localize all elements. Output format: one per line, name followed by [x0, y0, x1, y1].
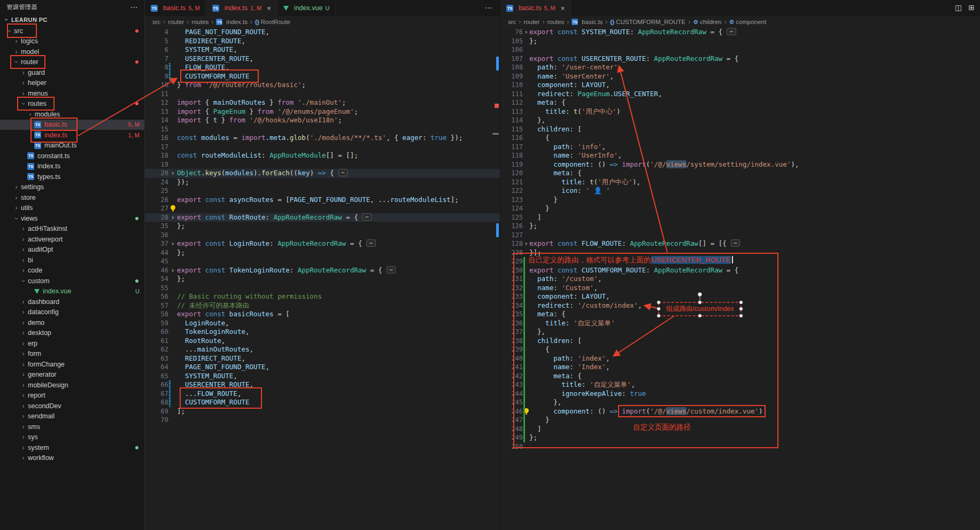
tab-basic.ts[interactable]: TSbasic.ts5, M×	[500, 0, 571, 16]
code-line-11[interactable]: 11	[145, 90, 500, 99]
code-line-62[interactable]: 62 ...mainOutRoutes,	[145, 345, 500, 354]
code-line-60[interactable]: 60 TokenLoginRoute,	[145, 328, 500, 337]
tree-item-formChange[interactable]: ›formChange	[0, 359, 144, 370]
code-line-248[interactable]: 248 ]	[500, 425, 980, 434]
code-line-35[interactable]: 35};	[145, 222, 500, 231]
code-line-111[interactable]: 111 redirect: PageEnum.USER_CENTER,	[500, 90, 980, 99]
tree-item-actHiTaskinst[interactable]: ›actHiTaskinst	[0, 224, 144, 235]
chevron-right-icon[interactable]: ›	[26, 111, 34, 118]
close-icon[interactable]: ×	[561, 4, 565, 12]
tree-item-index.ts[interactable]: TSindex.ts	[0, 161, 144, 172]
code-line-241[interactable]: 241 name: 'Index',	[500, 363, 980, 372]
tree-item-workflow[interactable]: ›workflow	[0, 453, 144, 464]
tree-item-bi[interactable]: ›bi	[0, 255, 144, 266]
chevron-down-icon[interactable]: ›	[6, 27, 13, 35]
code-line-16[interactable]: 16const modules = import.meta.glob('./mo…	[145, 134, 500, 143]
code-line-123[interactable]: 123 }	[500, 196, 980, 205]
tree-item-sys[interactable]: ›sys	[0, 432, 144, 443]
code-line-64[interactable]: 64 PAGE_NOT_FOUND_ROUTE,	[145, 363, 500, 372]
code-editor-basic-ts[interactable]: 76›export const SYSTEM_ROUTE: AppRouteRe…	[500, 28, 980, 530]
code-line-244[interactable]: 244 ignoreKeepAlive: true	[500, 389, 980, 399]
breadcrumb-item-index.ts[interactable]: TSindex.ts	[216, 19, 248, 25]
code-line-235[interactable]: 235 meta: {	[500, 310, 980, 319]
code-line-18[interactable]: 18const routeModuleList: AppRouteModule[…	[145, 151, 500, 160]
chevron-right-icon[interactable]: ›	[12, 184, 20, 190]
chevron-right-icon[interactable]: ›	[19, 90, 27, 97]
code-line-9[interactable]: 9 CUSTOMFORM_ROUTE	[145, 72, 500, 81]
code-line-63[interactable]: 63 REDIRECT_ROUTE,	[145, 354, 500, 363]
tree-item-router[interactable]: ›router	[0, 57, 144, 68]
code-line-118[interactable]: 118 name: 'UserInfo',	[500, 151, 980, 160]
chevron-right-icon[interactable]: ›	[19, 236, 27, 243]
breadcrumb-item-src[interactable]: src	[508, 19, 516, 25]
code-line-8[interactable]: 8 FLOW_ROUTE,	[145, 63, 500, 72]
tree-item-menus[interactable]: ›menus	[0, 88, 144, 99]
code-line-68[interactable]: 68 CUSTOMFORM_ROUTE	[145, 398, 500, 407]
code-line-27[interactable]: 27	[145, 204, 500, 213]
chevron-right-icon[interactable]: ›	[12, 194, 20, 201]
code-line-55[interactable]: 55	[145, 284, 500, 293]
chevron-right-icon[interactable]: ›	[19, 350, 27, 357]
code-line-110[interactable]: 110 component: LAYOUT,	[500, 81, 980, 90]
code-line-20[interactable]: 20›Object.keys(modules).forEach((key) =>…	[145, 169, 500, 178]
code-line-58[interactable]: 58export const basicRoutes = [	[145, 310, 500, 319]
chevron-right-icon[interactable]: ›	[19, 267, 27, 274]
chevron-right-icon[interactable]: ›	[19, 455, 27, 461]
fold-chevron-icon[interactable]: ›	[171, 214, 174, 221]
more-actions-icon[interactable]: ⋯	[485, 3, 492, 12]
chevron-right-icon[interactable]: ›	[19, 445, 27, 451]
tree-item-sendmail[interactable]: ›sendmail	[0, 411, 144, 422]
code-line-120[interactable]: 120 meta: {	[500, 169, 980, 178]
breadcrumb-item-basic.ts[interactable]: TSbasic.ts	[572, 19, 603, 25]
tree-item-mobileDesign[interactable]: ›mobileDesign	[0, 380, 144, 391]
code-line-57[interactable]: 57// 未经许可的基本路由	[145, 301, 500, 310]
code-line-13[interactable]: 13import { PageEnum } from '/@/enums/pag…	[145, 107, 500, 116]
tab-index.vue[interactable]: index.vueU	[277, 0, 336, 16]
code-line-36[interactable]: 36	[145, 231, 500, 240]
chevron-down-icon[interactable]: ›	[13, 214, 20, 222]
tree-item-auditOpt[interactable]: ›auditOpt	[0, 245, 144, 255]
code-line-128[interactable]: 128›export const FLOW_ROUTE: AppRouteRec…	[500, 239, 980, 248]
tree-item-demo[interactable]: ›demo	[0, 317, 144, 328]
code-line-243[interactable]: 243 title: '自定义菜单',	[500, 380, 980, 389]
code-line-108[interactable]: 108 path: '/user-center',	[500, 63, 980, 72]
fold-chevron-icon[interactable]: ›	[524, 29, 528, 35]
code-line-5[interactable]: 5 REDIRECT_ROUTE,	[145, 37, 500, 46]
lightbulb-icon[interactable]	[170, 205, 176, 212]
tree-item-guard[interactable]: ›guard	[0, 67, 144, 78]
code-line-231[interactable]: 231 path: '/custom',	[500, 275, 980, 284]
code-line-119[interactable]: 119 component: () => import('/@/views/sy…	[500, 160, 980, 169]
code-line-249[interactable]: 249};	[500, 433, 980, 442]
code-line-7[interactable]: 7 USERCENTER_ROUTE,	[145, 54, 500, 64]
code-line-65[interactable]: 65 SYSTEM_ROUTE,	[145, 372, 500, 381]
code-line-105[interactable]: 105};	[500, 37, 980, 46]
code-line-26[interactable]: 26export const asyncRoutes = [PAGE_NOT_F…	[145, 196, 500, 205]
tree-item-form[interactable]: ›form	[0, 349, 144, 360]
fold-chevron-icon[interactable]: ›	[171, 240, 174, 247]
code-line-113[interactable]: 113 title: t('用户中心')	[500, 107, 980, 116]
tree-item-sms[interactable]: ›sms	[0, 422, 144, 432]
code-line-245[interactable]: 245 },	[500, 398, 980, 407]
code-line-70[interactable]: 70	[145, 416, 500, 425]
tree-item-store[interactable]: ›store	[0, 192, 144, 203]
chevron-right-icon[interactable]: ›	[19, 361, 27, 368]
code-line-14[interactable]: 14import { t } from '/@/hooks/web/useI18…	[145, 116, 500, 125]
tree-item-modules[interactable]: ›modules	[0, 109, 144, 120]
tree-item-routes[interactable]: ›routes	[0, 99, 144, 110]
code-line-125[interactable]: 125 ]	[500, 213, 980, 222]
chevron-right-icon[interactable]: ›	[19, 340, 27, 347]
tree-item-index.vue[interactable]: index.vueU	[0, 286, 144, 297]
code-line-246[interactable]: 246 component: () => import('/@/views/cu…	[500, 407, 980, 416]
code-line-12[interactable]: 12import { mainOutRoutes } from './mainO…	[145, 98, 500, 107]
code-line-25[interactable]: 25	[145, 186, 500, 196]
code-line-61[interactable]: 61 RootRoute,	[145, 337, 500, 346]
code-line-112[interactable]: 112 meta: {	[500, 98, 980, 107]
code-line-17[interactable]: 17	[145, 143, 500, 152]
chevron-right-icon[interactable]: ›	[19, 371, 27, 378]
tab-index.ts[interactable]: TSindex.ts1, M×	[206, 0, 277, 16]
chevron-right-icon[interactable]: ›	[19, 413, 27, 419]
tree-item-logics[interactable]: ›logics	[0, 36, 144, 47]
fold-chevron-icon[interactable]: ›	[524, 240, 528, 247]
breadcrumb-item-RootRoute[interactable]: {}RootRoute	[255, 19, 290, 25]
more-actions-icon[interactable]: ⋯	[130, 3, 138, 11]
